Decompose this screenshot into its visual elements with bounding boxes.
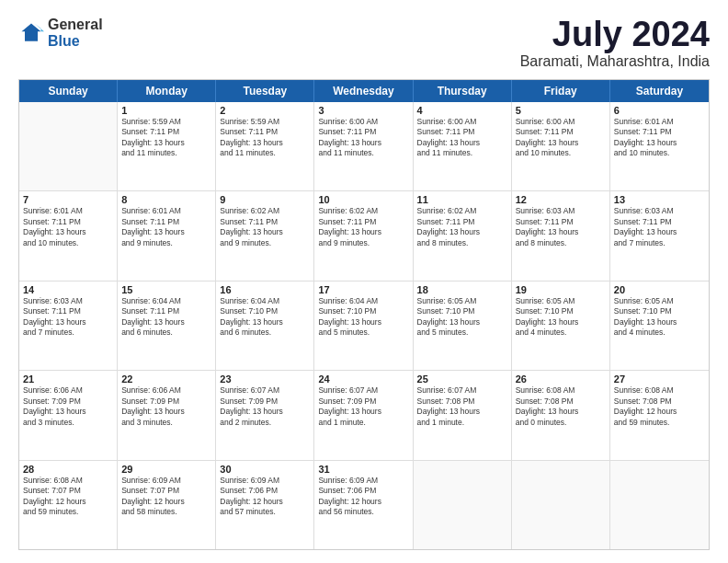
day-number: 22 — [121, 373, 211, 385]
weekday-header: Monday — [118, 80, 216, 102]
cell-info: Sunrise: 6:08 AM Sunset: 7:07 PM Dayligh… — [23, 476, 113, 518]
calendar-cell: 12Sunrise: 6:03 AM Sunset: 7:11 PM Dayli… — [512, 191, 610, 280]
calendar-cell: 30Sunrise: 6:09 AM Sunset: 7:06 PM Dayli… — [216, 461, 314, 549]
cell-info: Sunrise: 6:01 AM Sunset: 7:11 PM Dayligh… — [121, 206, 211, 248]
calendar-cell: 8Sunrise: 6:01 AM Sunset: 7:11 PM Daylig… — [118, 191, 216, 280]
calendar-row: 14Sunrise: 6:03 AM Sunset: 7:11 PM Dayli… — [19, 282, 709, 371]
day-number: 8 — [121, 194, 211, 205]
cell-info: Sunrise: 6:02 AM Sunset: 7:11 PM Dayligh… — [318, 206, 408, 248]
calendar: SundayMondayTuesdayWednesdayThursdayFrid… — [18, 79, 710, 550]
day-number: 10 — [318, 194, 408, 205]
cell-info: Sunrise: 6:04 AM Sunset: 7:10 PM Dayligh… — [318, 296, 408, 339]
cell-info: Sunrise: 6:01 AM Sunset: 7:11 PM Dayligh… — [23, 206, 113, 248]
calendar-body: 1Sunrise: 5:59 AM Sunset: 7:11 PM Daylig… — [19, 102, 709, 549]
logo-icon — [18, 20, 44, 46]
cell-info: Sunrise: 6:08 AM Sunset: 7:08 PM Dayligh… — [516, 385, 606, 428]
calendar-header: SundayMondayTuesdayWednesdayThursdayFrid… — [19, 80, 709, 102]
logo-general: General — [48, 17, 103, 33]
calendar-cell: 5Sunrise: 6:00 AM Sunset: 7:11 PM Daylig… — [512, 102, 610, 190]
cell-info: Sunrise: 6:00 AM Sunset: 7:11 PM Dayligh… — [318, 117, 408, 159]
cell-info: Sunrise: 6:00 AM Sunset: 7:11 PM Dayligh… — [417, 117, 507, 159]
calendar-cell: 7Sunrise: 6:01 AM Sunset: 7:11 PM Daylig… — [19, 191, 118, 280]
day-number: 16 — [220, 284, 310, 295]
cell-info: Sunrise: 6:04 AM Sunset: 7:10 PM Dayligh… — [220, 296, 310, 339]
calendar-cell: 4Sunrise: 6:00 AM Sunset: 7:11 PM Daylig… — [414, 102, 512, 190]
calendar-cell: 23Sunrise: 6:07 AM Sunset: 7:09 PM Dayli… — [216, 371, 314, 459]
day-number: 2 — [220, 105, 310, 116]
day-number: 12 — [516, 194, 606, 205]
day-number: 15 — [121, 284, 211, 295]
day-number: 4 — [417, 105, 507, 116]
weekday-header: Tuesday — [216, 80, 314, 102]
day-number: 31 — [318, 464, 408, 475]
day-number: 1 — [121, 105, 211, 116]
calendar-cell — [414, 461, 512, 549]
calendar-cell: 6Sunrise: 6:01 AM Sunset: 7:11 PM Daylig… — [610, 102, 709, 190]
day-number: 26 — [516, 373, 606, 385]
calendar-cell: 14Sunrise: 6:03 AM Sunset: 7:11 PM Dayli… — [19, 282, 118, 370]
calendar-cell: 27Sunrise: 6:08 AM Sunset: 7:08 PM Dayli… — [610, 371, 709, 459]
day-number: 3 — [318, 105, 408, 116]
cell-info: Sunrise: 6:02 AM Sunset: 7:11 PM Dayligh… — [417, 206, 507, 248]
day-number: 19 — [516, 284, 606, 295]
calendar-cell: 29Sunrise: 6:09 AM Sunset: 7:07 PM Dayli… — [118, 461, 216, 549]
calendar-cell: 16Sunrise: 6:04 AM Sunset: 7:10 PM Dayli… — [216, 282, 314, 370]
calendar-cell — [610, 461, 709, 549]
month-title: July 2024 — [520, 17, 710, 52]
calendar-cell: 17Sunrise: 6:04 AM Sunset: 7:10 PM Dayli… — [314, 282, 413, 370]
cell-info: Sunrise: 6:09 AM Sunset: 7:06 PM Dayligh… — [220, 476, 310, 518]
calendar-cell: 19Sunrise: 6:05 AM Sunset: 7:10 PM Dayli… — [512, 282, 610, 370]
calendar-row: 21Sunrise: 6:06 AM Sunset: 7:09 PM Dayli… — [19, 371, 709, 460]
cell-info: Sunrise: 6:07 AM Sunset: 7:08 PM Dayligh… — [417, 385, 507, 428]
cell-info: Sunrise: 6:03 AM Sunset: 7:11 PM Dayligh… — [614, 206, 705, 248]
calendar-cell: 10Sunrise: 6:02 AM Sunset: 7:11 PM Dayli… — [314, 191, 413, 280]
cell-info: Sunrise: 6:08 AM Sunset: 7:08 PM Dayligh… — [614, 385, 705, 428]
calendar-cell: 22Sunrise: 6:06 AM Sunset: 7:09 PM Dayli… — [118, 371, 216, 459]
logo-blue: Blue — [48, 33, 103, 50]
title-area: July 2024 Baramati, Maharashtra, India — [520, 17, 710, 70]
calendar-cell: 1Sunrise: 5:59 AM Sunset: 7:11 PM Daylig… — [118, 102, 216, 190]
calendar-cell: 25Sunrise: 6:07 AM Sunset: 7:08 PM Dayli… — [414, 371, 512, 459]
page: General Blue July 2024 Baramati, Maharas… — [0, 0, 728, 563]
day-number: 24 — [318, 373, 408, 385]
cell-info: Sunrise: 6:05 AM Sunset: 7:10 PM Dayligh… — [614, 296, 705, 339]
calendar-cell: 3Sunrise: 6:00 AM Sunset: 7:11 PM Daylig… — [314, 102, 413, 190]
cell-info: Sunrise: 6:05 AM Sunset: 7:10 PM Dayligh… — [516, 296, 606, 339]
day-number: 13 — [614, 194, 705, 205]
day-number: 23 — [220, 373, 310, 385]
day-number: 9 — [220, 194, 310, 205]
day-number: 7 — [23, 194, 113, 205]
calendar-cell — [19, 102, 118, 190]
cell-info: Sunrise: 5:59 AM Sunset: 7:11 PM Dayligh… — [121, 117, 211, 159]
header: General Blue July 2024 Baramati, Maharas… — [18, 17, 710, 70]
day-number: 21 — [23, 373, 113, 385]
day-number: 18 — [417, 284, 507, 295]
calendar-cell: 18Sunrise: 6:05 AM Sunset: 7:10 PM Dayli… — [414, 282, 512, 370]
calendar-row: 28Sunrise: 6:08 AM Sunset: 7:07 PM Dayli… — [19, 461, 709, 549]
weekday-header: Sunday — [19, 80, 118, 102]
cell-info: Sunrise: 6:07 AM Sunset: 7:09 PM Dayligh… — [318, 385, 408, 428]
cell-info: Sunrise: 6:01 AM Sunset: 7:11 PM Dayligh… — [614, 117, 705, 159]
day-number: 20 — [614, 284, 705, 295]
calendar-cell: 24Sunrise: 6:07 AM Sunset: 7:09 PM Dayli… — [314, 371, 413, 459]
day-number: 25 — [417, 373, 507, 385]
cell-info: Sunrise: 6:02 AM Sunset: 7:11 PM Dayligh… — [220, 206, 310, 248]
calendar-cell: 26Sunrise: 6:08 AM Sunset: 7:08 PM Dayli… — [512, 371, 610, 459]
calendar-cell: 28Sunrise: 6:08 AM Sunset: 7:07 PM Dayli… — [19, 461, 118, 549]
cell-info: Sunrise: 6:00 AM Sunset: 7:11 PM Dayligh… — [516, 117, 606, 159]
day-number: 27 — [614, 373, 705, 385]
cell-info: Sunrise: 5:59 AM Sunset: 7:11 PM Dayligh… — [220, 117, 310, 159]
cell-info: Sunrise: 6:09 AM Sunset: 7:07 PM Dayligh… — [121, 476, 211, 518]
cell-info: Sunrise: 6:03 AM Sunset: 7:11 PM Dayligh… — [23, 296, 113, 339]
calendar-row: 1Sunrise: 5:59 AM Sunset: 7:11 PM Daylig… — [19, 102, 709, 191]
day-number: 17 — [318, 284, 408, 295]
cell-info: Sunrise: 6:09 AM Sunset: 7:06 PM Dayligh… — [318, 476, 408, 518]
day-number: 11 — [417, 194, 507, 205]
calendar-cell: 11Sunrise: 6:02 AM Sunset: 7:11 PM Dayli… — [414, 191, 512, 280]
calendar-cell: 15Sunrise: 6:04 AM Sunset: 7:11 PM Dayli… — [118, 282, 216, 370]
day-number: 6 — [614, 105, 705, 116]
cell-info: Sunrise: 6:05 AM Sunset: 7:10 PM Dayligh… — [417, 296, 507, 339]
cell-info: Sunrise: 6:07 AM Sunset: 7:09 PM Dayligh… — [220, 385, 310, 428]
calendar-cell: 2Sunrise: 5:59 AM Sunset: 7:11 PM Daylig… — [216, 102, 314, 190]
weekday-header: Saturday — [610, 80, 709, 102]
